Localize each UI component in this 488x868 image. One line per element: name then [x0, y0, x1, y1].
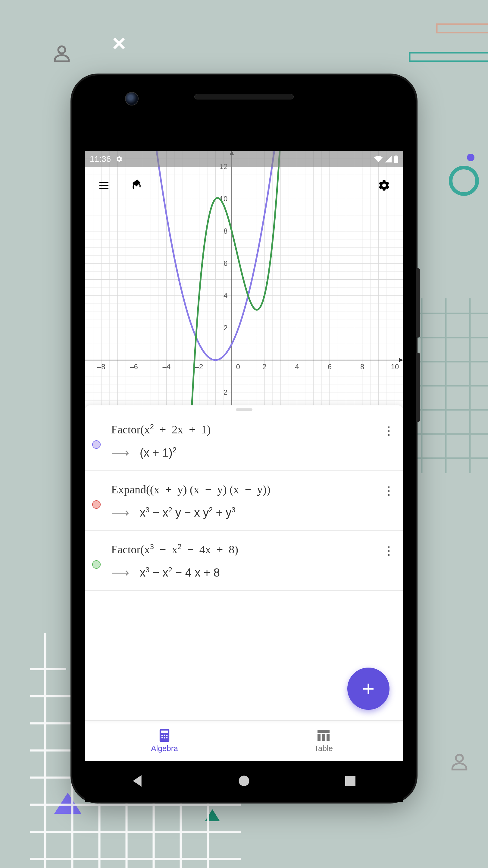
svg-rect-166 [318, 730, 330, 733]
item-menu-button[interactable]: ⋮ [383, 544, 394, 558]
settings-button[interactable] [373, 175, 395, 196]
svg-text:6: 6 [224, 259, 227, 267]
svg-text:–4: –4 [162, 363, 170, 371]
calculator-icon [159, 728, 170, 742]
status-time: 11:36 [90, 154, 111, 164]
svg-rect-167 [318, 734, 321, 741]
svg-text:10: 10 [391, 363, 399, 371]
gear-icon [115, 155, 123, 163]
algebra-panel: Factor(x2 + 2x + 1) ⟶ (x + 1)2 ⋮ Expand(… [85, 405, 403, 720]
item-input: Expand((x + y) (x − y) (x − y)) [111, 483, 396, 496]
svg-rect-159 [161, 730, 168, 733]
algebra-item[interactable]: Expand((x + y) (x − y) (x − y)) ⟶ x3 − x… [85, 471, 403, 531]
dot-decoration [467, 154, 475, 161]
tab-table[interactable]: Table [244, 721, 403, 761]
menu-button[interactable] [93, 175, 115, 196]
svg-rect-168 [322, 734, 325, 741]
person-icon [449, 750, 470, 775]
svg-rect-1 [410, 53, 488, 61]
gear-icon [378, 179, 390, 192]
panel-drag-handle[interactable] [85, 405, 403, 411]
svg-text:–8: –8 [97, 363, 105, 371]
svg-text:4: 4 [295, 363, 299, 371]
table-icon [318, 728, 330, 742]
recents-button[interactable] [345, 776, 355, 787]
item-output: ⟶ x3 − x2 − 4 x + 8 [111, 565, 396, 580]
svg-point-161 [164, 735, 165, 736]
svg-text:4: 4 [224, 291, 227, 300]
item-output: ⟶ (x + 1)2 [111, 445, 396, 460]
item-input: Factor(x2 + 2x + 1) [111, 423, 396, 436]
svg-rect-0 [437, 24, 488, 33]
algebra-item[interactable]: Factor(x3 − x2 − 4x + 8) ⟶ x3 − x2 − 4 x… [85, 531, 403, 591]
svg-rect-169 [327, 734, 330, 741]
undo-icon [130, 179, 144, 192]
svg-point-162 [166, 735, 168, 736]
svg-text:–2: –2 [220, 388, 228, 396]
back-button[interactable] [133, 775, 143, 788]
item-color-dot[interactable] [92, 560, 101, 569]
algebra-item[interactable]: Factor(x2 + 2x + 1) ⟶ (x + 1)2 ⋮ [85, 411, 403, 471]
tab-label: Table [314, 744, 333, 753]
undo-button[interactable] [127, 175, 148, 196]
svg-point-170 [239, 775, 250, 786]
svg-point-164 [164, 737, 165, 738]
svg-rect-171 [345, 776, 355, 786]
svg-text:2: 2 [224, 324, 227, 332]
item-color-dot[interactable] [92, 440, 101, 449]
tab-algebra[interactable]: Algebra [85, 721, 244, 761]
arrow-icon: ⟶ [111, 565, 129, 580]
battery-icon [394, 156, 398, 163]
svg-text:8: 8 [224, 227, 227, 235]
status-bar: 11:36 [85, 151, 403, 167]
arrow-icon: ⟶ [111, 505, 129, 520]
menu-icon [98, 179, 110, 191]
svg-point-160 [161, 735, 163, 736]
android-nav-bar [85, 761, 403, 802]
phone-frame: –8–6–4–2246810–2246810120 11:36 [72, 75, 416, 802]
arrow-icon: ⟶ [111, 445, 129, 460]
circle-decoration [449, 166, 479, 196]
item-menu-button[interactable]: ⋮ [383, 484, 394, 498]
app-screen: –8–6–4–2246810–2246810120 11:36 [85, 151, 403, 761]
plus-icon: + [362, 677, 375, 701]
svg-point-163 [161, 737, 163, 738]
home-button[interactable] [238, 775, 250, 788]
svg-text:2: 2 [262, 363, 266, 371]
tab-label: Algebra [151, 744, 178, 753]
item-menu-button[interactable]: ⋮ [383, 424, 394, 438]
svg-text:–6: –6 [130, 363, 138, 371]
item-color-dot[interactable] [92, 500, 101, 509]
svg-rect-156 [394, 156, 398, 162]
x-decoration: ✕ [111, 33, 127, 54]
svg-text:8: 8 [360, 363, 364, 371]
triangle-decoration [205, 809, 220, 821]
app-toolbar [85, 172, 403, 199]
svg-text:6: 6 [328, 363, 332, 371]
svg-point-165 [166, 737, 168, 738]
svg-rect-157 [395, 156, 397, 156]
lines-decoration [398, 18, 488, 72]
svg-text:–2: –2 [195, 363, 203, 371]
person-icon [51, 42, 72, 66]
grid-decoration [413, 299, 488, 509]
item-input: Factor(x3 − x2 − 4x + 8) [111, 543, 396, 556]
svg-text:0: 0 [236, 363, 240, 371]
add-button[interactable]: + [347, 668, 390, 710]
bottom-tabs: Algebra Table [85, 720, 403, 761]
wifi-icon [374, 156, 383, 162]
signal-icon [385, 156, 392, 162]
triangle-decoration [54, 793, 82, 814]
item-output: ⟶ x3 − x2 y − x y2 + y3 [111, 505, 396, 520]
